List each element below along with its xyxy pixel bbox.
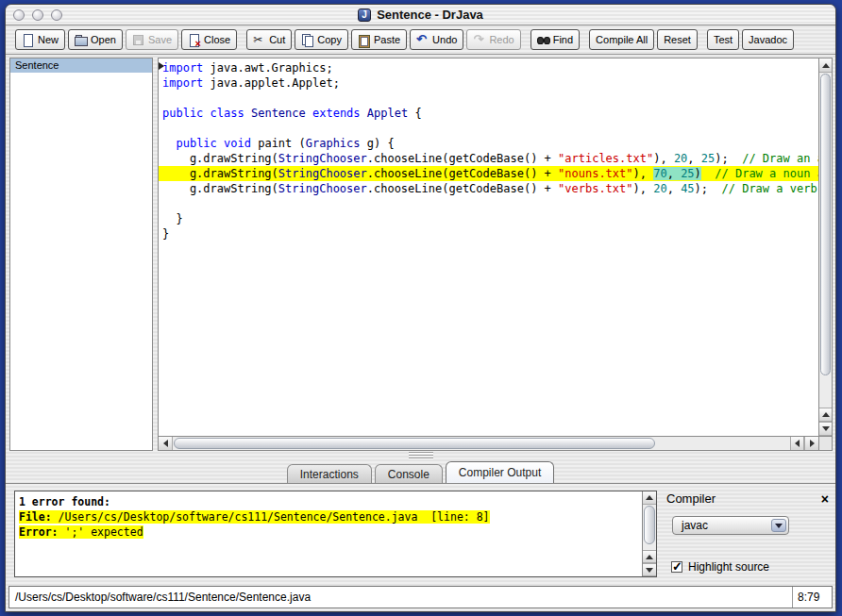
status-bar: /Users/cs/Desktop/software/cs111/Sentenc… — [8, 586, 833, 608]
compiler-output-line-text: File: /Users/cs/Desktop/software/cs111/S… — [19, 510, 490, 524]
code-token: ); — [715, 152, 742, 165]
toolbar-button-redo: Redo — [466, 29, 520, 50]
compiler-output-line-text: Error: ';' expected — [19, 525, 143, 539]
code-line[interactable]: public class Sentence extends Applet { — [159, 106, 818, 121]
code-token: g) { — [361, 137, 395, 150]
output-scroll-thumb[interactable] — [644, 506, 655, 544]
toolbar-button-find[interactable]: Find — [530, 29, 580, 50]
toolbar-button-open[interactable]: Open — [68, 29, 123, 50]
code-token: .chooseLine(getCodeBase() + — [367, 167, 558, 180]
up-arrow-icon — [646, 495, 653, 500]
output-scroll-track[interactable] — [643, 505, 656, 550]
up-arrow-icon — [646, 555, 653, 559]
code-token — [217, 137, 224, 150]
scroll-left-button[interactable] — [159, 437, 173, 450]
toolbar-button-paste[interactable]: Paste — [351, 29, 407, 50]
code-token: paint ( — [251, 137, 306, 150]
scroll-up-button-paired[interactable] — [819, 408, 832, 422]
scroll-down-button[interactable] — [819, 422, 832, 436]
vertical-scroll-track[interactable] — [819, 73, 832, 408]
scroll-right-button[interactable] — [804, 437, 818, 450]
code-token: "nouns.txt" — [558, 167, 632, 180]
compiler-select-dropdown[interactable]: javac — [672, 516, 789, 535]
horizontal-scroll-track[interactable] — [173, 437, 790, 450]
compiler-output-line: File: /Users/cs/Desktop/software/cs111/S… — [19, 509, 638, 524]
scroll-left-button-paired[interactable] — [790, 437, 804, 450]
code-line[interactable] — [159, 91, 818, 106]
horizontal-scroll-thumb[interactable] — [174, 438, 655, 449]
toolbar-button-test[interactable]: Test — [707, 29, 739, 50]
toolbar-group: Find — [530, 29, 580, 50]
highlight-source-checkbox[interactable] — [671, 561, 682, 573]
horizontal-splitter[interactable] — [6, 451, 835, 459]
toolbar-button-label: Javadoc — [749, 34, 787, 45]
code-line[interactable] — [159, 121, 818, 136]
window-minimize-button[interactable] — [32, 9, 43, 21]
highlight-source-label[interactable]: Highlight source — [688, 560, 769, 574]
compiler-panel-header: Compiler — [666, 491, 829, 506]
scroll-up-button[interactable] — [819, 58, 832, 73]
code-token: } — [162, 227, 169, 241]
output-scroll-up-button-paired[interactable] — [643, 550, 656, 563]
code-line[interactable]: } — [159, 211, 818, 226]
code-token: StringChooser — [278, 167, 367, 180]
toolbar-button-label: Cut — [269, 34, 285, 45]
code-token: // Draw a verb at — [721, 182, 818, 195]
toolbar-button-javadoc[interactable]: Javadoc — [742, 29, 794, 50]
code-line[interactable]: g.drawString(StringChooser.chooseLine(ge… — [159, 181, 818, 196]
code-line[interactable]: import java.awt.Graphics; — [159, 60, 818, 75]
toolbar-button-reset[interactable]: Reset — [657, 29, 698, 50]
toolbar-button-compile-all[interactable]: Compile All — [589, 29, 654, 50]
code-line[interactable]: import java.applet.Applet; — [159, 75, 818, 91]
code-token: 20 — [653, 182, 666, 195]
tab-interactions[interactable]: Interactions — [287, 464, 372, 483]
toolbar-button-close[interactable]: Close — [181, 29, 237, 50]
code-line[interactable] — [159, 196, 818, 211]
toolbar-button-copy[interactable]: Copy — [295, 29, 348, 50]
toolbar-button-new[interactable]: New — [15, 29, 65, 50]
status-file-path: /Users/cs/Desktop/software/cs111/Sentenc… — [9, 591, 792, 604]
compiler-side-panel: Compiler javac Highlight source — [665, 491, 831, 577]
output-vertical-scrollbar[interactable] — [642, 491, 656, 576]
code-token: "verbs.txt" — [558, 182, 632, 195]
drjava-app-icon: J — [358, 8, 371, 22]
output-segment: 1 error found: — [19, 495, 110, 508]
close-panel-icon[interactable] — [821, 493, 829, 505]
drjava-window: J Sentence - DrJava NewOpenSaveCloseCutC… — [5, 4, 836, 612]
save-disk-icon — [132, 34, 144, 46]
window-zoom-button[interactable] — [51, 9, 62, 21]
open-files-list: Sentence — [9, 58, 153, 451]
code-token: Graphics — [306, 137, 361, 150]
tab-compiler-output[interactable]: Compiler Output — [446, 461, 554, 483]
code-line[interactable]: } — [159, 226, 818, 241]
code-editor[interactable]: import java.awt.Graphics;import java.app… — [159, 58, 818, 436]
code-line-error-highlighted[interactable]: g.drawString(StringChooser.chooseLine(ge… — [159, 166, 818, 181]
tab-console[interactable]: Console — [375, 464, 443, 483]
editor-vertical-scrollbar[interactable] — [818, 58, 833, 451]
output-scroll-up-button[interactable] — [643, 491, 656, 505]
code-token: , — [667, 167, 681, 180]
highlight-source-option: Highlight source — [671, 560, 769, 574]
code-token: java.applet.Applet; — [203, 76, 340, 90]
window-close-button[interactable] — [13, 9, 25, 21]
file-list-item[interactable]: Sentence — [10, 58, 152, 73]
toolbar-button-undo[interactable]: Undo — [410, 29, 463, 50]
output-scroll-down-button[interactable] — [643, 563, 656, 576]
code-line[interactable]: g.drawString(StringChooser.chooseLine(ge… — [159, 151, 818, 166]
compiler-select-value: javac — [682, 519, 708, 532]
vertical-scroll-thumb[interactable] — [820, 74, 831, 375]
toolbar-button-cut[interactable]: Cut — [246, 29, 292, 50]
code-line[interactable]: public void paint (Graphics g) { — [159, 136, 818, 151]
title-bar[interactable]: J Sentence - DrJava — [6, 5, 835, 25]
redo-arrow-icon — [473, 34, 485, 46]
compiler-output-text: 1 error found:File: /Users/cs/Desktop/so… — [15, 491, 642, 576]
code-token: 45 — [681, 182, 694, 195]
code-token: ), — [653, 152, 674, 165]
editor-horizontal-scrollbar[interactable] — [159, 436, 818, 450]
code-token: void — [224, 137, 251, 150]
toolbar-button-label: New — [38, 34, 59, 45]
find-binoculars-icon — [537, 34, 549, 46]
open-folder-icon — [75, 34, 87, 46]
output-segment: ';' expected — [59, 525, 143, 539]
compiler-output-line: 1 error found: — [19, 494, 638, 509]
